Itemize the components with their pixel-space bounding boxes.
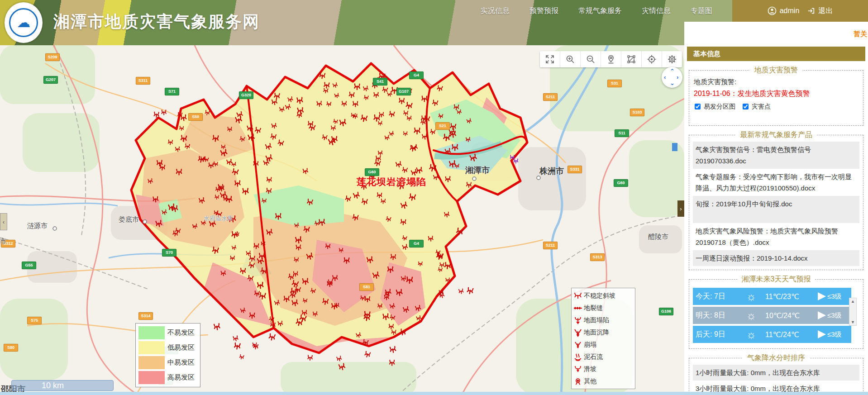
location-pin-icon[interactable] bbox=[601, 51, 621, 67]
collapse-right-handle[interactable]: › bbox=[677, 200, 684, 217]
hazard-label: 地面沉降 bbox=[584, 328, 609, 337]
collapse-left-handle[interactable]: ‹ bbox=[0, 213, 7, 230]
scroll-up-icon[interactable]: ▲ bbox=[851, 299, 855, 304]
wind-direction-icon bbox=[818, 311, 826, 319]
wind-direction-icon bbox=[818, 292, 826, 300]
reservoir-label: 水府庙水库 bbox=[204, 214, 233, 223]
forecast-wind: ≤3级 bbox=[827, 311, 842, 320]
hazard-label: 滑坡 bbox=[584, 365, 596, 373]
pan-left-icon[interactable]: ‹ bbox=[664, 74, 666, 81]
landslide-icon bbox=[573, 365, 582, 374]
hazard-label: 地面塌陷 bbox=[584, 316, 609, 324]
forecast-wind: ≤3级 bbox=[827, 330, 842, 339]
forecast-day: 后天: 9日 bbox=[696, 330, 737, 339]
road-badge: S70 bbox=[162, 249, 176, 257]
nav-item-warning-forecast[interactable]: 预警预报 bbox=[529, 6, 558, 16]
main-nav: 实况信息 预警预报 常规气象服务 灾情信息 专题图 bbox=[481, 0, 712, 22]
hazard-label: 不稳定斜坡 bbox=[584, 292, 615, 300]
chevron-right-icon: › bbox=[680, 205, 682, 212]
logout-icon bbox=[807, 7, 815, 15]
sunny-icon: ☼ bbox=[737, 290, 765, 303]
ground-collapse-icon bbox=[573, 316, 582, 325]
legend-row: 高易发区 bbox=[138, 370, 197, 385]
product-item[interactable]: 一周逐日滚动预报：2019-10-14.docx bbox=[693, 250, 859, 266]
hazard-label: 泥石流 bbox=[584, 353, 603, 361]
susceptibility-layer-checkbox[interactable] bbox=[695, 104, 701, 109]
pan-down-icon[interactable]: ⌄ bbox=[670, 80, 675, 86]
extent-select-icon[interactable] bbox=[621, 51, 641, 67]
site-logo: ☁ bbox=[5, 2, 43, 43]
road-badge: S80 bbox=[4, 344, 18, 352]
debris-flow-icon bbox=[573, 352, 582, 362]
hazard-points-label[interactable]: 灾害点 bbox=[752, 103, 771, 111]
legend-row: 中易发区 bbox=[138, 355, 197, 370]
city-label: 娄底市 bbox=[119, 215, 139, 224]
hazard-label: 地裂缝 bbox=[584, 304, 603, 312]
zoom-in-icon[interactable] bbox=[560, 51, 580, 67]
forecast-temp: 11℃/24℃ bbox=[765, 330, 818, 339]
road-badge: S314 bbox=[138, 312, 153, 320]
map-canvas[interactable]: ⌃ ⌄ ‹ › S209 G207 S311 S71 G320 S41 G4 G… bbox=[0, 45, 684, 395]
road-badge: S211 bbox=[543, 93, 558, 101]
road-badge: S311 bbox=[136, 77, 150, 85]
city-label: 株洲市 bbox=[539, 166, 564, 176]
ground-fissure-icon bbox=[573, 304, 582, 313]
pan-control[interactable]: ⌃ ⌄ ‹ › bbox=[662, 67, 682, 88]
road-badge: S11 bbox=[615, 129, 629, 137]
forecast-legend: 湘潭未来3天天气预报 bbox=[737, 275, 816, 284]
hazard-label: 其他 bbox=[584, 377, 596, 385]
pan-right-icon[interactable]: › bbox=[677, 74, 678, 81]
unstable-slope-icon bbox=[573, 291, 582, 300]
road-badge: S31 bbox=[607, 80, 622, 87]
locate-icon[interactable] bbox=[641, 51, 662, 67]
zone-swatch bbox=[138, 341, 165, 354]
precip-item: 1小时雨量最大值: 0mm，出现在合东水库 bbox=[693, 365, 859, 381]
scroll-down-icon[interactable]: ▼ bbox=[851, 320, 855, 324]
sunny-icon: ☼ bbox=[737, 309, 765, 322]
karst-collapse-label: 莲花坝岩溶塌陷 bbox=[357, 176, 426, 188]
road-badge: G107 bbox=[396, 88, 411, 95]
nav-item-disaster-info[interactable]: 灾情信息 bbox=[642, 6, 671, 16]
product-item[interactable]: 旬报：2019年10月中旬旬报.doc bbox=[693, 196, 859, 223]
user-session-bar: admin 退出 bbox=[732, 0, 868, 22]
legend-row: 不易发区 bbox=[138, 325, 197, 340]
road-badge: G320 bbox=[239, 91, 253, 99]
fullscreen-icon[interactable] bbox=[540, 51, 560, 67]
product-item[interactable]: 气象专题服务：受冷空气南下影响，我市有一次明显降温、风力加大过程(2019100… bbox=[693, 169, 859, 196]
hazard-label: 崩塌 bbox=[584, 341, 596, 349]
city-label: 湘潭市 bbox=[465, 165, 490, 176]
user-icon bbox=[768, 6, 777, 15]
product-item[interactable]: 气象灾害预警信号：雷电黄色预警信号2019070336.doc bbox=[693, 142, 859, 169]
road-badge: G106 bbox=[659, 308, 673, 315]
forecast-section: 湘潭未来3天天气预报 今天: 7日 ☼ 11℃/23℃ ≤3级 明天: 8日 ☼… bbox=[689, 275, 863, 349]
settings-gear-icon[interactable] bbox=[662, 51, 682, 67]
info-panel: 基本信息 地质灾害预警 地质灾害预警: 2019-11-06：发生地质灾害黄色预… bbox=[684, 45, 868, 395]
logout-button[interactable]: 退出 bbox=[818, 6, 833, 16]
nav-item-thematic-map[interactable]: 专题图 bbox=[691, 6, 712, 16]
city-label: 江市 bbox=[0, 237, 6, 246]
nav-item-regular-weather-service[interactable]: 常规气象服务 bbox=[578, 6, 622, 16]
pan-up-icon[interactable]: ⌃ bbox=[670, 68, 675, 75]
forecast-row: 今天: 7日 ☼ 11℃/23℃ ≤3级 bbox=[693, 288, 851, 305]
susceptibility-layer-label[interactable]: 易发分区图 bbox=[704, 103, 735, 111]
product-item[interactable]: 地质灾害气象风险预警：地质灾害气象风险预警20190718（黄色）.docx bbox=[693, 223, 859, 250]
weather-products-legend: 最新常规气象服务产品 bbox=[735, 130, 817, 140]
road-badge: G55 bbox=[22, 262, 36, 269]
forecast-day: 今天: 7日 bbox=[696, 292, 737, 301]
forecast-scrollbar[interactable]: ▲ ▼ bbox=[849, 298, 857, 326]
road-badge: S71 bbox=[165, 88, 179, 95]
road-badge: S331 bbox=[568, 166, 582, 173]
zoom-out-icon[interactable] bbox=[580, 51, 601, 67]
hazard-points-checkbox[interactable] bbox=[743, 104, 749, 109]
forecast-wind: ≤3级 bbox=[827, 292, 842, 301]
username[interactable]: admin bbox=[780, 7, 800, 15]
ground-subsidence-icon bbox=[573, 328, 582, 337]
nav-item-live-info[interactable]: 实况信息 bbox=[481, 6, 510, 16]
warning-label: 地质灾害预警: bbox=[694, 78, 859, 86]
road-badge: S209 bbox=[45, 53, 60, 61]
road-badge: S81 bbox=[359, 283, 374, 291]
map-scrollbar-thumb[interactable] bbox=[672, 143, 677, 151]
zone-label: 不易发区 bbox=[167, 328, 195, 337]
road-badge: G60 bbox=[365, 168, 379, 176]
legend-row: 低易发区 bbox=[138, 340, 197, 355]
